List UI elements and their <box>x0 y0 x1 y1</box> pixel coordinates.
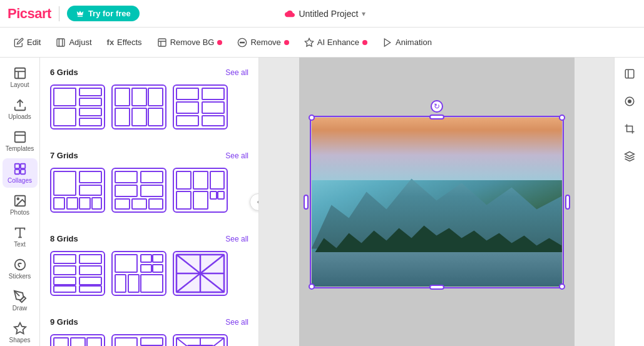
grid-6-3[interactable] <box>173 84 228 130</box>
shapes-label: Shapes <box>9 337 31 343</box>
toolbar-remove[interactable]: Remove <box>231 34 295 51</box>
toolbar-adjust[interactable]: Adjust <box>49 34 98 51</box>
right-panel-crop[interactable] <box>618 118 641 140</box>
section-7-grids-see-all[interactable]: See all <box>225 151 248 160</box>
grid-7-3[interactable] <box>173 168 228 213</box>
svg-rect-28 <box>79 88 101 96</box>
grid-9-3[interactable] <box>173 334 228 346</box>
sidebar-item-text[interactable]: Text <box>3 222 38 252</box>
svg-rect-59 <box>176 171 191 189</box>
svg-rect-49 <box>67 198 78 209</box>
rotate-handle[interactable]: ↻ <box>431 100 443 113</box>
remove-badge <box>284 40 289 45</box>
grid-8-1[interactable] <box>50 251 105 296</box>
templates-icon <box>13 130 27 144</box>
svg-rect-57 <box>132 199 146 209</box>
svg-rect-12 <box>14 164 19 168</box>
section-9-grids-see-all[interactable]: See all <box>225 318 248 327</box>
toolbar-effects[interactable]: fx Effects <box>101 34 148 51</box>
section-9-grids-title: 9 Grids <box>50 317 78 327</box>
handle-top-center[interactable] <box>429 114 444 120</box>
project-title: Untitled Project <box>299 9 358 19</box>
draw-label: Draw <box>13 305 27 312</box>
svg-rect-58 <box>149 199 163 209</box>
effects-fx-icon: fx <box>107 38 115 47</box>
svg-rect-81 <box>141 275 163 292</box>
sidebar-item-uploads[interactable]: Uploads <box>3 94 38 124</box>
edit-label: Edit <box>27 38 41 47</box>
right-panel-palette[interactable] <box>618 90 641 113</box>
main-area: Layout Uploads Templates Collages Photos… <box>0 58 644 346</box>
grid-6-2[interactable] <box>111 84 166 130</box>
svg-rect-56 <box>115 199 130 209</box>
right-panel-crop-ratio[interactable] <box>618 63 641 85</box>
sidebar-item-collages[interactable]: Collages <box>3 158 38 188</box>
svg-rect-40 <box>202 88 224 99</box>
toolbar-ai-enhance[interactable]: AI Enhance <box>298 34 374 51</box>
crop-icon <box>624 123 635 135</box>
try-free-button[interactable]: Try for free <box>67 6 140 21</box>
text-icon <box>13 226 27 240</box>
sidebar-item-stickers[interactable]: Stickers <box>3 254 38 283</box>
svg-rect-97 <box>141 338 163 345</box>
topbar-left: Picsart Try for free <box>8 6 140 22</box>
svg-rect-55 <box>141 185 163 196</box>
sidebar-item-templates[interactable]: Templates <box>3 126 38 156</box>
canvas-area[interactable]: ↻ <box>259 58 614 346</box>
svg-rect-46 <box>79 171 101 183</box>
layout-icon <box>13 66 27 80</box>
right-panel-layers[interactable] <box>618 145 641 168</box>
remove-icon <box>237 38 247 48</box>
grid-8-3[interactable] <box>173 251 228 296</box>
sidebar-item-draw[interactable]: Draw <box>3 286 38 315</box>
right-panel <box>614 58 644 346</box>
svg-rect-69 <box>79 266 101 275</box>
svg-rect-41 <box>176 102 198 113</box>
chevron-left-icon <box>255 198 259 206</box>
grid-9-2[interactable] <box>111 334 166 346</box>
sidebar-item-layout[interactable]: Layout <box>3 63 38 92</box>
svg-rect-79 <box>115 275 126 292</box>
svg-rect-0 <box>57 39 64 46</box>
sidebar-item-shapes[interactable]: Shapes <box>3 318 38 346</box>
handle-top-right[interactable] <box>559 114 565 121</box>
collages-label: Collages <box>8 177 32 184</box>
handle-bottom-right[interactable] <box>559 283 565 290</box>
section-8-grids-see-all[interactable]: See all <box>225 235 248 243</box>
svg-rect-77 <box>141 265 151 272</box>
svg-rect-72 <box>54 286 76 292</box>
toolbar-animation[interactable]: Animation <box>376 34 438 51</box>
grids-9-row <box>50 334 248 346</box>
ai-enhance-badge <box>362 40 367 45</box>
animation-icon <box>382 38 392 48</box>
handle-bottom-left[interactable] <box>309 283 315 290</box>
section-6-grids-see-all[interactable]: See all <box>225 68 248 77</box>
handle-bottom-center[interactable] <box>429 285 444 290</box>
svg-rect-66 <box>54 255 76 263</box>
svg-rect-118 <box>625 69 634 78</box>
svg-rect-71 <box>79 277 101 285</box>
stickers-label: Stickers <box>9 273 31 280</box>
grid-7-2[interactable] <box>111 168 166 213</box>
sidebar-item-photos[interactable]: Photos <box>3 190 38 220</box>
grid-7-1[interactable] <box>50 168 105 213</box>
handle-right-center[interactable] <box>565 195 570 210</box>
text-label: Text <box>14 241 25 248</box>
toolbar-remove-bg[interactable]: Remove BG <box>151 34 229 51</box>
collages-icon <box>13 162 27 176</box>
toolbar: Edit Adjust fx Effects Remove BG Remove … <box>0 28 644 58</box>
svg-rect-48 <box>54 198 64 209</box>
collages-panel: 6 Grids See all <box>40 58 259 346</box>
grid-8-2[interactable] <box>111 251 166 296</box>
handle-left-center[interactable] <box>304 195 309 210</box>
cloud-icon <box>285 9 295 19</box>
svg-rect-6 <box>14 68 25 79</box>
image-frame[interactable]: ↻ <box>312 118 562 287</box>
project-title-area[interactable]: Untitled Project ▾ <box>285 9 365 19</box>
toolbar-edit[interactable]: Edit <box>8 34 47 51</box>
stickers-icon <box>13 258 27 272</box>
grid-9-1[interactable] <box>50 334 105 346</box>
handle-top-left[interactable] <box>309 114 315 121</box>
grid-6-1[interactable] <box>50 84 105 130</box>
crown-icon <box>76 9 84 18</box>
